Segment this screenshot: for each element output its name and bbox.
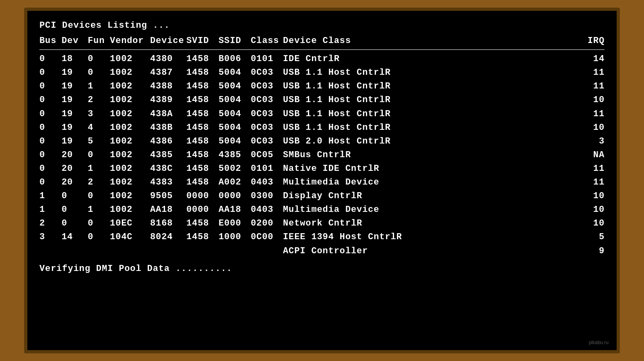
cell-dev [62, 244, 88, 258]
table-row: 019010024387145850040C03USB 1.1 Host Cnt… [39, 66, 605, 80]
cell-dev: 20 [62, 162, 88, 176]
cell-dev: 20 [62, 148, 88, 162]
cell-irq: 11 [580, 66, 605, 80]
cell-fun: 0 [88, 217, 110, 230]
cell-svid: 1458 [186, 93, 219, 107]
cell-device: 438B [150, 121, 186, 135]
cell-ssid: 5004 [219, 107, 251, 121]
cell-class: 0C05 [251, 148, 283, 162]
cell-bus: 0 [39, 148, 62, 162]
cell-device: 4388 [150, 80, 186, 93]
cell-svid: 1458 [186, 66, 219, 80]
cell-svid: 0000 [186, 203, 219, 217]
cell-ssid: 0000 [219, 189, 251, 203]
footer-text: Verifying DMI Pool Data .......... [39, 264, 232, 274]
cell-device: 4380 [150, 52, 186, 66]
cell-vendor: 1002 [110, 66, 150, 80]
cell-class: 0C03 [251, 107, 283, 121]
cell-devclass: USB 2.0 Host CntrlR [283, 135, 580, 148]
cell-vendor: 1002 [110, 80, 150, 93]
monitor-frame: PCI Devices Listing ... Bus Dev Fun Vend… [24, 8, 620, 353]
cell-svid: 1458 [186, 176, 219, 189]
cell-ssid: 4385 [219, 148, 251, 162]
cell-device [150, 244, 186, 258]
cell-ssid: A002 [219, 176, 251, 189]
cell-device: 8168 [150, 217, 186, 230]
cell-bus: 3 [39, 230, 62, 244]
cell-dev: 20 [62, 176, 88, 189]
cell-svid: 1458 [186, 148, 219, 162]
cell-bus: 1 [39, 189, 62, 203]
cell-ssid: 5004 [219, 135, 251, 148]
cell-svid: 1458 [186, 52, 219, 66]
cell-fun: 4 [88, 121, 110, 135]
cell-fun: 0 [88, 66, 110, 80]
cell-vendor: 1002 [110, 162, 150, 176]
cell-dev: 18 [62, 52, 88, 66]
cell-devclass: Network CntrlR [283, 217, 580, 230]
cell-vendor: 10EC [110, 217, 150, 230]
cell-bus: 0 [39, 107, 62, 121]
cell-svid: 1458 [186, 121, 219, 135]
cell-ssid: 5004 [219, 80, 251, 93]
cell-device: 438C [150, 162, 186, 176]
cell-fun: 0 [88, 230, 110, 244]
cell-vendor [110, 244, 150, 258]
cell-class: 0C00 [251, 230, 283, 244]
cell-irq: NA [580, 148, 605, 162]
cell-devclass: USB 1.1 Host CntrlR [283, 121, 580, 135]
cell-devclass: USB 1.1 Host CntrlR [283, 93, 580, 107]
table-row: ACPI Controller9 [39, 244, 605, 258]
cell-dev: 19 [62, 121, 88, 135]
title-line: PCI Devices Listing ... [39, 19, 605, 33]
cell-fun: 0 [88, 148, 110, 162]
cell-dev: 0 [62, 217, 88, 230]
cell-class: 0C03 [251, 135, 283, 148]
cell-bus: 0 [39, 121, 62, 135]
cell-irq: 9 [580, 244, 605, 258]
cell-irq: 11 [580, 176, 605, 189]
rows-container: 0180100243801458B0060101IDE CntrlR140190… [39, 52, 605, 258]
header-class: Class [251, 34, 283, 48]
cell-dev: 19 [62, 107, 88, 121]
cell-class: 0C03 [251, 93, 283, 107]
cell-vendor: 1002 [110, 121, 150, 135]
cell-class: 0C03 [251, 66, 283, 80]
cell-ssid: 1000 [219, 230, 251, 244]
cell-device: 4385 [150, 148, 186, 162]
cell-vendor: 1002 [110, 148, 150, 162]
cell-fun: 0 [88, 189, 110, 203]
table-row: 1011002AA180000AA180403Multimedia Device… [39, 203, 605, 217]
cell-bus [39, 244, 62, 258]
cell-dev: 0 [62, 203, 88, 217]
cell-device: AA18 [150, 203, 186, 217]
cell-dev: 14 [62, 230, 88, 244]
cell-fun: 1 [88, 80, 110, 93]
cell-devclass: USB 1.1 Host CntrlR [283, 80, 580, 93]
cell-device: 438A [150, 107, 186, 121]
header-ssid: SSID [219, 34, 251, 48]
cell-dev: 19 [62, 135, 88, 148]
watermark: pikabu.ru [589, 340, 609, 345]
cell-devclass: Multimedia Device [283, 176, 580, 189]
cell-svid: 1458 [186, 162, 219, 176]
cell-device: 8024 [150, 230, 186, 244]
cell-dev: 19 [62, 93, 88, 107]
cell-class: 0200 [251, 217, 283, 230]
table-row: 10010029505000000000300Display CntrlR10 [39, 189, 605, 203]
footer-line: Verifying DMI Pool Data .......... [39, 262, 605, 276]
cell-class: 0C03 [251, 80, 283, 93]
cell-vendor: 1002 [110, 135, 150, 148]
cell-irq: 10 [580, 189, 605, 203]
cell-fun: 1 [88, 162, 110, 176]
cell-fun: 1 [88, 203, 110, 217]
cell-class: 0C03 [251, 121, 283, 135]
cell-vendor: 1002 [110, 52, 150, 66]
cell-bus: 0 [39, 135, 62, 148]
cell-fun: 2 [88, 93, 110, 107]
cell-devclass: Display CntrlR [283, 189, 580, 203]
table-row: 019510024386145850040C03USB 2.0 Host Cnt… [39, 135, 605, 148]
table-row: 0180100243801458B0060101IDE CntrlR14 [39, 52, 605, 66]
cell-ssid: B006 [219, 52, 251, 66]
table-row: 01941002438B145850040C03USB 1.1 Host Cnt… [39, 121, 605, 135]
